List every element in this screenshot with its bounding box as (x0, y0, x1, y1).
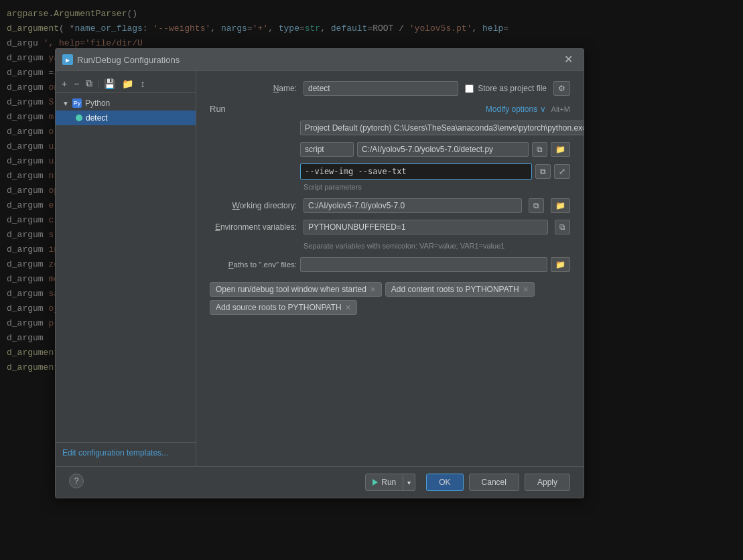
working-dir-browse-button[interactable]: 📁 (551, 198, 570, 213)
cancel-button[interactable]: Cancel (469, 474, 519, 491)
modify-options-shortcut: Alt+M (551, 105, 570, 113)
paths-row: Paths to ".env" files: 📁 (210, 257, 570, 272)
left-toolbar: + − ⧉ 💾 📁 ↕ (56, 74, 196, 93)
tree-detect-item[interactable]: detect (56, 111, 196, 125)
interpreter-select[interactable]: Project Default (pytorch) C:\Users\TheSe… (300, 121, 584, 135)
paths-input[interactable] (300, 257, 547, 272)
edit-templates-link[interactable]: Edit configuration templates... (56, 442, 196, 463)
script-params-expand-button[interactable]: ⤢ (554, 164, 570, 179)
tag-source-roots-text: Add source roots to PYTHONPATH (216, 303, 342, 312)
store-as-project-checkbox[interactable] (465, 84, 474, 93)
env-vars-input[interactable] (303, 220, 548, 234)
script-path-input[interactable] (357, 142, 529, 157)
dialog-footer: ? Run ▾ OK Cancel Apply (56, 466, 584, 498)
ok-button[interactable]: OK (426, 474, 463, 491)
tag-content-roots-close[interactable]: ✕ (523, 285, 529, 294)
remove-config-button[interactable]: − (71, 77, 82, 90)
tag-content-roots-text: Add content roots to PYTHONPATH (391, 285, 519, 294)
folder-config-button[interactable]: 📁 (119, 77, 136, 90)
script-params-hint: Script parameters (303, 183, 362, 191)
working-dir-input[interactable] (303, 198, 522, 213)
tree-detect-label: detect (86, 113, 108, 123)
env-vars-row: Environment variables: ⧉ (210, 220, 570, 234)
store-settings-button[interactable]: ⚙ (553, 81, 570, 96)
script-browse-button[interactable]: 📁 (551, 142, 570, 157)
script-params-input[interactable] (300, 163, 532, 180)
toolbar-separator (98, 79, 98, 88)
tree-python-label: Python (85, 98, 110, 108)
script-type-select[interactable]: script (300, 142, 354, 157)
working-dir-row: Working directory: ⧉ 📁 (210, 198, 570, 213)
run-debug-dialog: ▶ Run/Debug Configurations ✕ + − ⧉ 💾 📁 ↕… (55, 48, 584, 498)
save-config-button[interactable]: 💾 (101, 77, 118, 90)
detect-icon (76, 115, 82, 121)
apply-button[interactable]: Apply (525, 474, 570, 491)
paths-browse-button[interactable]: 📁 (551, 257, 570, 272)
run-button[interactable]: Run (365, 474, 403, 491)
tag-content-roots: Add content roots to PYTHONPATH ✕ (385, 282, 535, 297)
store-label-text: Store as project file (478, 84, 547, 93)
tag-source-roots: Add source roots to PYTHONPATH ✕ (210, 300, 357, 315)
add-config-button[interactable]: + (59, 77, 70, 90)
dialog-titlebar: ▶ Run/Debug Configurations ✕ (56, 49, 584, 71)
run-section-header: Run Modify options ∨ Alt+M (210, 104, 570, 114)
interpreter-select-wrapper: Project Default (pytorch) C:\Users\TheSe… (300, 121, 584, 135)
store-as-project-label: Store as project file (465, 84, 547, 93)
dialog-title-text: Run/Debug Configurations (77, 55, 180, 65)
tag-open-window-close[interactable]: ✕ (370, 285, 376, 294)
name-row: Name: Store as project file ⚙ (210, 81, 570, 96)
tag-open-window: Open run/debug tool window when started … (210, 282, 382, 297)
env-vars-edit-button[interactable]: ⧉ (555, 220, 570, 234)
name-label: Name: (210, 84, 297, 93)
run-config-icon: ▶ (62, 54, 73, 65)
modify-options-link[interactable]: Modify options ∨ (486, 104, 546, 114)
dialog-title: ▶ Run/Debug Configurations (62, 54, 180, 65)
working-dir-label: Working directory: (210, 201, 297, 210)
python-icon: Py (72, 98, 82, 108)
tag-source-roots-close[interactable]: ✕ (345, 303, 351, 312)
left-panel: + − ⧉ 💾 📁 ↕ ▼ Py Python detect Edit conf… (56, 71, 196, 466)
tag-open-window-text: Open run/debug tool window when started (216, 285, 366, 294)
env-hint: Separate variables with semicolon: VAR=v… (303, 242, 504, 250)
script-copy-button[interactable]: ⧉ (532, 142, 547, 157)
tree-arrow-icon: ▼ (62, 100, 69, 107)
right-panel: Name: Store as project file ⚙ Run Modify… (196, 71, 584, 466)
tags-area: Open run/debug tool window when started … (210, 279, 570, 318)
tree-python-group[interactable]: ▼ Py Python (56, 93, 196, 111)
run-section-label: Run (210, 104, 226, 114)
run-dropdown-button[interactable]: ▾ (403, 474, 415, 491)
copy-config-button[interactable]: ⧉ (83, 76, 95, 90)
help-button[interactable]: ? (69, 474, 84, 488)
script-row: script ⧉ 📁 (210, 142, 570, 157)
sort-config-button[interactable]: ↕ (137, 77, 147, 90)
dialog-close-button[interactable]: ✕ (560, 53, 577, 66)
paths-label: Paths to ".env" files: (210, 261, 297, 269)
script-params-row: ⧉ ⤢ (210, 163, 570, 180)
name-input[interactable] (303, 81, 458, 96)
interpreter-row: Project Default (pytorch) C:\Users\TheSe… (210, 121, 570, 135)
script-params-copy-button[interactable]: ⧉ (535, 164, 551, 179)
env-vars-label: Environment variables: (210, 222, 297, 232)
dialog-body: + − ⧉ 💾 📁 ↕ ▼ Py Python detect Edit conf… (56, 71, 584, 466)
run-icon (373, 479, 378, 486)
working-dir-copy-button[interactable]: ⧉ (529, 198, 544, 213)
